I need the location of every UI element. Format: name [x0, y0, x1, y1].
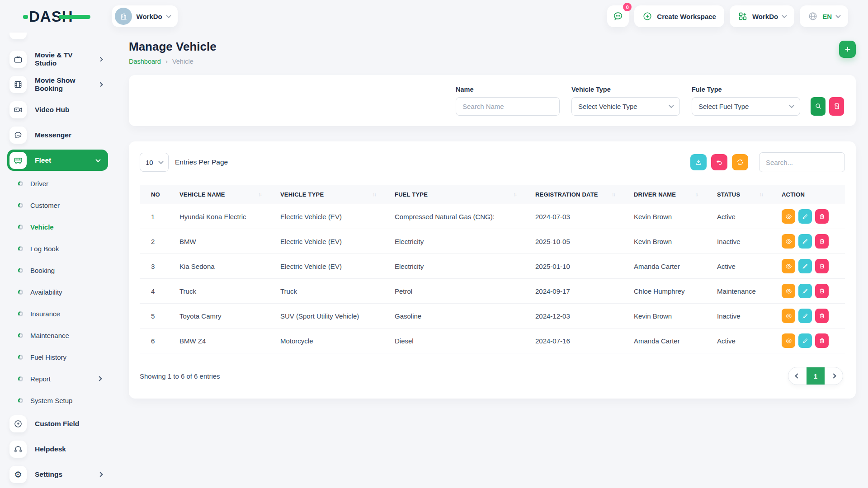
edit-button[interactable] [798, 309, 812, 323]
sort-icon[interactable]: ↑↓ [373, 192, 376, 197]
sidebar-item-fleet[interactable]: Fleet [7, 150, 108, 171]
filter-fuel-type-select[interactable]: Select Fuel Type [692, 97, 800, 116]
pagination-prev-button[interactable] [788, 367, 807, 385]
messages-button[interactable]: 0 [607, 5, 629, 27]
sidebar-subitem-customer[interactable]: Customer [7, 194, 118, 216]
view-button[interactable] [782, 333, 795, 348]
column-header-registration-date[interactable]: ↑↓REGISTRATION DATE [523, 185, 621, 204]
delete-button[interactable] [815, 209, 829, 224]
sidebar-subitem-system-setup[interactable]: System Setup [7, 389, 118, 411]
language-button[interactable]: EN [800, 5, 848, 27]
chat-bubble-icon [9, 127, 27, 144]
cell-driver-name: Chloe Humphrey [621, 279, 704, 304]
entries-per-page-select[interactable]: 10 [140, 153, 169, 172]
sidebar-item-helpdesk[interactable]: Helpdesk [7, 436, 118, 462]
chevron-right-icon [831, 373, 836, 378]
pagination-next-button[interactable] [825, 367, 843, 385]
sidebar-subitem-report[interactable]: Report [7, 368, 118, 389]
refresh-icon [736, 159, 744, 166]
edit-button[interactable] [798, 234, 812, 249]
column-header-no: NO [140, 185, 167, 204]
sidebar-item-movie-tv-studio[interactable]: Movie & TV Studio [7, 47, 118, 72]
cell-no: 6 [140, 328, 167, 353]
table-row: 1Hyundai Kona ElectricElectric Vehicle (… [140, 204, 845, 229]
cell-status: Active [704, 204, 769, 229]
sidebar-subitem-fuel-history[interactable]: Fuel History [7, 346, 118, 368]
workspace-selector[interactable]: WorkDo [112, 5, 178, 27]
edit-button[interactable] [798, 209, 812, 224]
sidebar-item-label: Messenger [35, 131, 71, 139]
pencil-icon [802, 238, 808, 244]
filter-name-group: Name [456, 86, 560, 116]
filter-search-button[interactable] [811, 97, 826, 116]
add-vehicle-button[interactable] [839, 41, 856, 58]
delete-button[interactable] [815, 309, 829, 323]
sort-icon[interactable]: ↑↓ [513, 192, 516, 197]
view-button[interactable] [782, 209, 795, 224]
export-button[interactable] [690, 154, 707, 170]
bullet-icon [18, 398, 23, 403]
sidebar-item-video-hub[interactable]: Video Hub [7, 97, 118, 122]
bullet-icon [18, 181, 23, 186]
sidebar-item-settings[interactable]: ⚙ Settings [7, 462, 118, 487]
column-header-fuel-type[interactable]: ↑↓FUEL TYPE [382, 185, 523, 204]
sidebar-subitem-label: Availability [30, 288, 62, 296]
cell-no: 1 [140, 204, 167, 229]
filter-vehicle-type-select[interactable]: Select Vehicle Type [571, 97, 680, 116]
column-header-vehicle-name[interactable]: ↑↓VEHICLE NAME [167, 185, 268, 204]
column-header-driver-name[interactable]: ↑↓DRIVER NAME [621, 185, 704, 204]
edit-button[interactable] [798, 333, 812, 348]
cell-status: Maintenance [704, 279, 769, 304]
sidebar-subitem-driver[interactable]: Driver [7, 173, 118, 194]
table-body: 1Hyundai Kona ElectricElectric Vehicle (… [140, 204, 845, 353]
sort-icon[interactable]: ↑↓ [258, 192, 261, 197]
brand-logo[interactable]: DASH [29, 9, 73, 24]
filter-reset-button[interactable] [829, 97, 844, 116]
view-button[interactable] [782, 259, 795, 273]
breadcrumb-dashboard-link[interactable]: Dashboard [129, 58, 161, 65]
sidebar-subitem-booking[interactable]: Booking [7, 259, 118, 281]
sidebar-item-movie-show-booking[interactable]: Movie Show Booking [7, 72, 118, 97]
sort-icon[interactable]: ↑↓ [695, 192, 698, 197]
cell-vehicle-type: Electric Vehicle (EV) [268, 254, 382, 279]
view-button[interactable] [782, 284, 795, 298]
sidebar-subitem-insurance[interactable]: Insurance [7, 303, 118, 324]
view-button[interactable] [782, 234, 795, 249]
delete-button[interactable] [815, 333, 829, 348]
delete-button[interactable] [815, 259, 829, 273]
view-button[interactable] [782, 309, 795, 323]
sidebar-subitem-maintenance[interactable]: Maintenance [7, 324, 118, 346]
breadcrumb: Dashboard › Vehicle [129, 57, 217, 65]
edit-button[interactable] [798, 284, 812, 298]
refresh-button[interactable] [732, 154, 748, 170]
edit-button[interactable] [798, 259, 812, 273]
sort-icon[interactable]: ↑↓ [760, 192, 763, 197]
filter-fuel-type-value: Select Fuel Type [698, 103, 749, 110]
plus-circle-icon [642, 11, 652, 21]
sort-icon[interactable]: ↑↓ [612, 192, 615, 197]
workspace-menu-button[interactable]: WorkDo [730, 5, 794, 27]
pencil-icon [802, 313, 808, 319]
undo-button[interactable] [711, 154, 727, 170]
cell-registration-date: 2025-01-10 [523, 254, 621, 279]
pagination-page-1[interactable]: 1 [807, 367, 825, 385]
sidebar-item-custom-field[interactable]: Custom Field [7, 411, 118, 436]
chevron-down-icon [669, 103, 674, 108]
delete-button[interactable] [815, 284, 829, 298]
sidebar-item-messenger[interactable]: Messenger [7, 122, 118, 148]
create-workspace-button[interactable]: Create Workspace [634, 5, 724, 27]
download-icon [695, 159, 702, 166]
cell-status: Active [704, 254, 769, 279]
eye-icon [785, 238, 792, 245]
column-header-status[interactable]: ↑↓STATUS [704, 185, 769, 204]
sidebar-subitem-availability[interactable]: Availability [7, 281, 118, 303]
cell-fuel-type: Petrol [382, 279, 523, 304]
column-header-vehicle-type[interactable]: ↑↓VEHICLE TYPE [268, 185, 382, 204]
table-search-input[interactable] [759, 152, 845, 172]
cell-no: 4 [140, 279, 167, 304]
sidebar-subitem-vehicle[interactable]: Vehicle [7, 216, 118, 238]
filter-card: Name Vehicle Type Select Vehicle Type Fu… [129, 75, 856, 126]
sidebar-subitem-log-book[interactable]: Log Book [7, 238, 118, 259]
delete-button[interactable] [815, 234, 829, 249]
filter-name-input[interactable] [456, 97, 560, 116]
